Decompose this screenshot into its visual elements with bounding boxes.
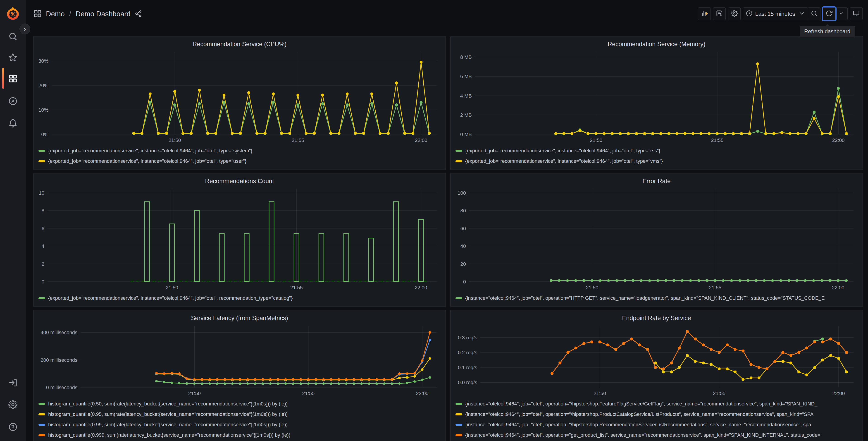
series-1 (132, 61, 431, 135)
x-tick-label: 21:50 (188, 390, 201, 396)
sign-in-icon (8, 378, 18, 388)
y-tick-label: 0 milliseconds (46, 385, 78, 390)
sidebar-item-starred[interactable] (6, 52, 19, 64)
breadcrumb-section[interactable]: Demo (46, 10, 65, 18)
legend-item[interactable]: histogram_quantile(0.50, sum(rate(latenc… (38, 399, 442, 409)
x-tick-label: 22:00 (415, 138, 427, 143)
legend-swatch (38, 160, 45, 162)
x-tick-label: 21:55 (292, 138, 304, 143)
y-tick-label: 10% (38, 107, 49, 113)
panel-recommendation-memory: Recommendation Service (Memory) 21:5021:… (450, 36, 863, 170)
x-tick-label: 22:00 (833, 390, 845, 396)
y-tick-label: 40 (461, 243, 466, 249)
y-tick-label: 0.0 req/s (458, 380, 477, 385)
chart-endpoint-rate[interactable]: 21:5021:5522:000.0 req/s0.1 req/s0.2 req… (454, 323, 859, 398)
chart-recommendation-cpu[interactable]: 21:5021:5522:000%10%20%30% (37, 49, 442, 145)
legend-item[interactable]: histogram_quantile(0.99, sum(rate(latenc… (38, 419, 442, 430)
sidebar-item-alerting[interactable] (6, 117, 19, 130)
y-tick-label: 100 (458, 190, 466, 196)
y-tick-label: 200 milliseconds (40, 357, 78, 363)
sidebar-item-search[interactable] (6, 31, 19, 43)
panel-title[interactable]: Recommendation Service (CPU%) (37, 40, 442, 49)
chevron-down-icon (798, 10, 805, 18)
legend-label: {instance="otelcol:9464", job="otel", op… (465, 411, 813, 417)
monitor-icon (853, 10, 860, 18)
legend-item[interactable]: {exported_job="recommendationservice", i… (38, 293, 442, 303)
legend-item[interactable]: {instance="otelcol:9464", job="otel", op… (456, 399, 859, 409)
dashboard-toolbar: Last 15 minutes (698, 7, 863, 20)
refresh-dashboard-button[interactable] (823, 7, 835, 20)
gear-icon (8, 400, 18, 410)
legend-item[interactable]: {exported_job="recommendationservice", i… (456, 156, 859, 167)
legend-item[interactable]: {exported_job="recommendationservice", i… (38, 146, 442, 156)
legend-swatch (456, 424, 462, 426)
panel-error-rate: Error Rate 21:5021:5522:00020406080100 {… (450, 173, 863, 307)
panel-title[interactable]: Endpoint Rate by Service (454, 314, 859, 323)
gridlines (48, 189, 436, 282)
y-tick-label: 0.1 req/s (458, 365, 477, 371)
series-0 (132, 101, 431, 135)
panel-title[interactable]: Recommendations Count (37, 177, 442, 186)
save-dashboard-button[interactable] (713, 7, 726, 20)
cycle-view-mode-button[interactable] (850, 7, 863, 20)
legend-item[interactable]: {instance="otelcol:9464", job="otel", op… (456, 430, 859, 440)
bell-icon (8, 119, 18, 129)
y-tick-label: 0.3 req/s (458, 335, 477, 341)
legend-item[interactable]: {exported_job="recommendationservice", i… (38, 156, 442, 167)
chart-recommendation-memory[interactable]: 21:5021:5522:000 MB2 MB4 MB6 MB8 MB (454, 49, 859, 145)
sidebar-item-dashboards[interactable] (6, 73, 19, 85)
chart-service-latency[interactable]: 21:5021:5522:000 milliseconds200 millise… (37, 323, 442, 398)
star-icon (8, 53, 18, 63)
series-1 (554, 62, 848, 135)
legend-label: histogram_quantile(0.99, sum(rate(latenc… (48, 422, 288, 428)
panel-service-latency: Service Latency (from SpanMetrics) 21:50… (33, 310, 446, 441)
y-tick-label: 30% (38, 58, 49, 64)
legend: histogram_quantile(0.50, sum(rate(latenc… (37, 398, 442, 440)
legend-label: histogram_quantile(0.50, sum(rate(latenc… (48, 401, 288, 407)
breadcrumb-page-title: Demo Dashboard (75, 10, 130, 18)
add-panel-button[interactable] (698, 7, 711, 20)
y-tick-label: 20 (461, 261, 466, 267)
sidebar-item-help[interactable] (6, 421, 19, 434)
zoom-out-time-range-button[interactable] (808, 7, 820, 20)
legend-item[interactable]: histogram_quantile(0.95, sum(rate(latenc… (38, 409, 442, 419)
y-tick-label: 10 (39, 190, 44, 196)
time-range-picker[interactable]: Last 15 minutes (743, 7, 808, 20)
sidebar-expand-button[interactable]: › (20, 24, 30, 34)
y-tick-label: 6 MB (460, 74, 472, 79)
grafana-logo[interactable] (5, 6, 20, 21)
x-tick-label: 22:00 (832, 285, 844, 290)
legend-item[interactable]: {instance="otelcol:9464", job="otel", op… (456, 419, 859, 430)
refresh-interval-dropdown[interactable] (835, 7, 848, 20)
dashboard-settings-button[interactable] (728, 7, 741, 20)
sidebar-item-server-admin[interactable] (6, 399, 19, 412)
save-icon (716, 10, 723, 18)
legend-item[interactable]: {exported_job="recommendationservice", i… (456, 146, 859, 156)
gear-icon (731, 10, 738, 18)
panel-title[interactable]: Error Rate (454, 177, 859, 186)
x-tick-label: 22:00 (416, 390, 429, 396)
share-dashboard-icon[interactable] (135, 10, 142, 18)
chart-recommendations-count[interactable]: 21:5021:5522:000246810 (37, 186, 442, 292)
x-tick-label: 21:50 (590, 138, 602, 143)
gridlines (475, 52, 854, 134)
panel-title[interactable]: Service Latency (from SpanMetrics) (37, 314, 442, 323)
breadcrumb-dashboards-icon[interactable] (33, 9, 42, 19)
sidebar-item-explore[interactable] (6, 95, 19, 108)
y-tick-label: 20% (38, 83, 49, 88)
panel-title[interactable]: Recommendation Service (Memory) (454, 40, 859, 49)
panel-recommendations-count: Recommendations Count 21:5021:5522:00024… (33, 173, 446, 307)
legend-item[interactable]: histogram_quantile(0.999, sum(rate(laten… (38, 430, 442, 440)
chart-error-rate[interactable]: 21:5021:5522:00020406080100 (454, 186, 859, 292)
legend-item[interactable]: {instance="otelcol:9464", job="otel", op… (456, 293, 859, 303)
breadcrumb-separator: / (69, 10, 71, 18)
legend-swatch (456, 150, 462, 152)
x-tick-label: 21:55 (290, 285, 303, 290)
sidebar (0, 0, 26, 441)
legend-label: {instance="otelcol:9464", job="otel", op… (465, 432, 820, 438)
legend-label: {instance="otelcol:9464", job="otel", op… (465, 295, 825, 301)
legend-item[interactable]: {instance="otelcol:9464", job="otel", op… (456, 409, 859, 419)
refresh-icon (826, 10, 833, 18)
legend-label: {exported_job="recommendationservice", i… (48, 295, 292, 301)
sidebar-item-sign-in[interactable] (6, 377, 19, 389)
